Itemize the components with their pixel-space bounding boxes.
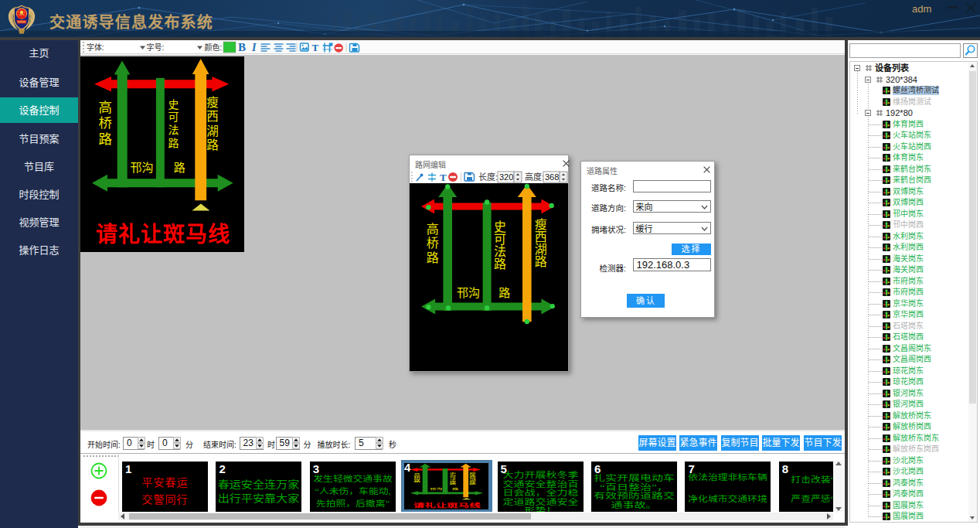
svg-text:路: 路 [494, 257, 506, 271]
svg-text:邗沟: 邗沟 [457, 287, 480, 299]
svg-text:瘦: 瘦 [535, 218, 547, 231]
svg-text:可: 可 [168, 111, 179, 123]
svg-text:高: 高 [98, 100, 112, 115]
svg-text:字号:: 字号: [147, 43, 165, 52]
svg-text:桥: 桥 [427, 237, 439, 250]
svg-text:瘦: 瘦 [206, 96, 219, 109]
svg-text:高: 高 [413, 472, 420, 476]
svg-text:路: 路 [206, 138, 219, 152]
svg-text:长度:: 长度: [478, 172, 498, 182]
svg-text:高度:: 高度: [525, 172, 544, 182]
svg-text:湖: 湖 [206, 124, 219, 138]
svg-text:320: 320 [499, 172, 513, 182]
svg-text:I: I [251, 42, 257, 53]
svg-text:请礼让斑马线: 请礼让斑马线 [96, 223, 230, 247]
svg-text:路: 路 [98, 131, 112, 147]
svg-text:高: 高 [427, 223, 439, 236]
svg-text:路: 路 [168, 138, 179, 149]
svg-text:邗沟: 邗沟 [130, 162, 153, 174]
svg-text:可: 可 [494, 233, 506, 246]
svg-text:路: 路 [535, 255, 547, 268]
svg-text:可: 可 [449, 475, 456, 479]
svg-text:法: 法 [494, 245, 506, 258]
svg-text:桥: 桥 [413, 476, 420, 480]
svg-text:法: 法 [168, 124, 179, 136]
svg-text:路: 路 [452, 487, 459, 491]
svg-text:请礼让斑马线: 请礼让斑马线 [413, 502, 481, 508]
svg-text:B: B [238, 41, 246, 53]
svg-text:路: 路 [413, 479, 420, 483]
svg-text:T: T [440, 172, 447, 183]
svg-text:路: 路 [174, 162, 185, 174]
svg-text:T: T [312, 42, 319, 53]
svg-text:颜色:: 颜色: [205, 43, 223, 52]
svg-text:邗沟: 邗沟 [430, 487, 443, 491]
svg-text:路: 路 [449, 482, 456, 485]
svg-text:史: 史 [494, 220, 506, 233]
svg-text:路: 路 [469, 482, 476, 485]
svg-text:字体:: 字体: [87, 43, 104, 52]
svg-text:史: 史 [168, 99, 179, 111]
svg-text:路: 路 [427, 251, 439, 264]
svg-text:路: 路 [499, 287, 510, 299]
svg-text:桥: 桥 [98, 115, 112, 131]
svg-text:368: 368 [545, 172, 559, 182]
svg-text:西: 西 [535, 230, 547, 244]
svg-text:西: 西 [206, 110, 219, 123]
svg-text:湖: 湖 [535, 243, 547, 256]
